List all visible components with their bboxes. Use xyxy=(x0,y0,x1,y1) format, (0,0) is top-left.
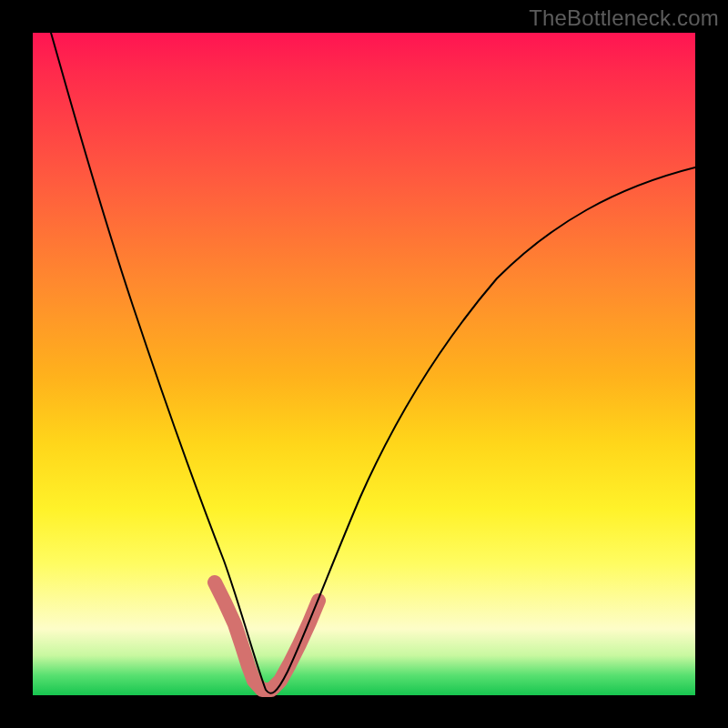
bottleneck-curve-path xyxy=(51,33,695,693)
curve-layer xyxy=(33,33,695,695)
watermark-text: TheBottleneck.com xyxy=(529,5,719,31)
chart-frame: TheBottleneck.com xyxy=(0,0,728,728)
plot-area xyxy=(33,33,695,695)
